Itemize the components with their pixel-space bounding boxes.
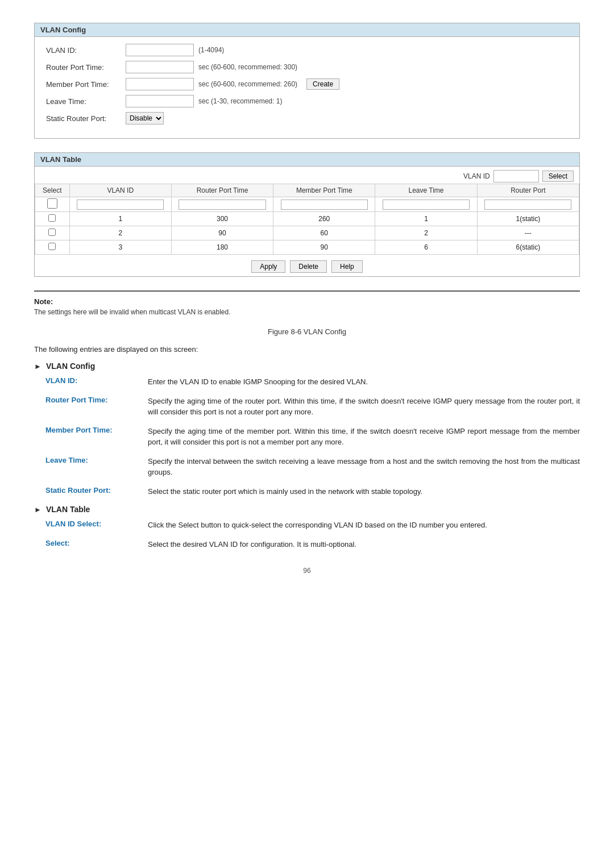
desc-vlan-id-def: Enter the VLAN ID to enable IGMP Snoopin… [148, 376, 368, 388]
row1-router-port-time: 300 [171, 212, 273, 226]
desc-select-term: Select: [45, 539, 148, 550]
static-router-port-select[interactable]: Disable [126, 112, 164, 124]
table-row: 3 180 90 6 6(static) [35, 240, 579, 255]
vlan-id-label: VLAN ID: [46, 46, 126, 55]
desc-router-port-time-term: Router Port Time: [45, 396, 148, 418]
filter-leave-time-input[interactable] [383, 200, 470, 210]
col-router-port: Router Port [477, 184, 579, 197]
static-router-port-label: Static Router Port: [46, 114, 126, 123]
table-header-row: Select VLAN ID Router Port Time Member P… [35, 184, 579, 197]
desc-router-port-time-row: Router Port Time: Specify the aging time… [34, 396, 580, 418]
desc-vlan-config-title: VLAN Config [46, 362, 95, 371]
figure-caption: Figure 8-6 VLAN Config [34, 327, 580, 336]
desc-vlan-id-select-def: Click the Select button to quick-select … [148, 520, 487, 531]
col-leave-time: Leave Time [375, 184, 477, 197]
filter-vlan-id-cell [69, 197, 171, 212]
filter-select-cell [35, 197, 70, 212]
row1-member-port-time: 260 [273, 212, 375, 226]
table-row: 1 300 260 1 1(static) [35, 212, 579, 226]
row3-router-port: 6(static) [477, 240, 579, 255]
member-port-time-hint: sec (60-600, recommemed: 260) [198, 80, 297, 88]
row1-select [35, 212, 70, 226]
desc-intro: The following entries are displayed on t… [34, 345, 580, 354]
desc-vlan-config: ► VLAN Config VLAN ID: Enter the VLAN ID… [34, 362, 580, 497]
row3-router-port-time: 180 [171, 240, 273, 255]
router-port-time-input[interactable] [126, 61, 194, 73]
delete-button[interactable]: Delete [290, 260, 327, 273]
desc-select-row: Select: Select the desired VLAN ID for c… [34, 539, 580, 550]
description-section: The following entries are displayed on t… [34, 345, 580, 550]
help-button[interactable]: Help [331, 260, 363, 273]
desc-vlan-id-term: VLAN ID: [45, 376, 148, 388]
desc-leave-time-def: Specify the interval between the switch … [148, 456, 580, 478]
col-vlan-id: VLAN ID [69, 184, 171, 197]
member-port-time-input[interactable] [126, 78, 194, 90]
desc-static-router-port-def: Select the static router port which is m… [148, 486, 422, 497]
filter-vlan-id-input[interactable] [77, 200, 164, 210]
desc-select-def: Select the desired VLAN ID for configura… [148, 539, 356, 550]
filter-router-port-cell [477, 197, 579, 212]
vlan-id-select-input[interactable] [493, 170, 539, 182]
vlan-config-section: VLAN Config VLAN ID: (1-4094) Router Por… [34, 23, 580, 139]
leave-time-hint: sec (1-30, recommemed: 1) [198, 97, 282, 105]
row1-checkbox[interactable] [48, 214, 56, 222]
row3-member-port-time: 90 [273, 240, 375, 255]
note-section: Note: The settings here will be invalid … [34, 290, 580, 316]
row2-leave-time: 2 [375, 226, 477, 240]
filter-select-checkbox[interactable] [39, 198, 65, 209]
row1-vlan-id: 1 [69, 212, 171, 226]
member-port-time-label: Member Port Time: [46, 80, 126, 89]
row1-router-port: 1(static) [477, 212, 579, 226]
leave-time-row: Leave Time: sec (1-30, recommemed: 1) [46, 95, 568, 107]
select-button[interactable]: Select [542, 171, 574, 182]
row2-select [35, 226, 70, 240]
vlan-table-header: VLAN ID Select [35, 167, 579, 184]
static-router-port-row: Static Router Port: Disable [46, 112, 568, 124]
row2-checkbox[interactable] [48, 229, 56, 236]
desc-vlan-id-select-term: VLAN ID Select: [45, 520, 148, 531]
leave-time-label: Leave Time: [46, 97, 126, 106]
arrow-icon-vlan-table: ► [34, 505, 42, 514]
create-button[interactable]: Create [306, 78, 339, 90]
vlan-table-section: VLAN Table VLAN ID Select Select VLAN ID… [34, 152, 580, 277]
desc-router-port-time-def: Specify the aging time of the router por… [148, 396, 580, 418]
filter-member-port-time-input[interactable] [281, 200, 368, 210]
col-router-port-time: Router Port Time [171, 184, 273, 197]
desc-vlan-id-row: VLAN ID: Enter the VLAN ID to enable IGM… [34, 376, 580, 388]
desc-static-router-port-term: Static Router Port: [45, 486, 148, 497]
row2-router-port: --- [477, 226, 579, 240]
page-number: 96 [34, 567, 580, 575]
vlan-table: Select VLAN ID Router Port Time Member P… [35, 184, 579, 255]
filter-row [35, 197, 579, 212]
filter-leave-time-cell [375, 197, 477, 212]
desc-member-port-time-row: Member Port Time: Specify the aging time… [34, 426, 580, 448]
apply-button[interactable]: Apply [251, 260, 285, 273]
vlan-id-input[interactable] [126, 44, 194, 56]
desc-vlan-id-select-row: VLAN ID Select: Click the Select button … [34, 520, 580, 531]
desc-vlan-table: ► VLAN Table VLAN ID Select: Click the S… [34, 505, 580, 550]
col-select: Select [35, 184, 70, 197]
desc-vlan-table-title: VLAN Table [46, 505, 90, 514]
row3-leave-time: 6 [375, 240, 477, 255]
router-port-time-row: Router Port Time: sec (60-600, recommeme… [46, 61, 568, 73]
row2-router-port-time: 90 [171, 226, 273, 240]
vlan-id-hint: (1-4094) [198, 46, 224, 54]
filter-router-port-input[interactable] [484, 200, 571, 210]
desc-member-port-time-term: Member Port Time: [45, 426, 148, 448]
note-label: Note: [34, 297, 580, 306]
table-row: 2 90 60 2 --- [35, 226, 579, 240]
desc-leave-time-term: Leave Time: [45, 456, 148, 478]
row1-leave-time: 1 [375, 212, 477, 226]
row3-vlan-id: 3 [69, 240, 171, 255]
filter-router-port-time-input[interactable] [179, 200, 265, 210]
desc-leave-time-row: Leave Time: Specify the interval between… [34, 456, 580, 478]
vlan-config-title: VLAN Config [35, 23, 579, 37]
filter-member-port-time-cell [273, 197, 375, 212]
col-member-port-time: Member Port Time [273, 184, 375, 197]
row3-checkbox[interactable] [48, 243, 56, 250]
leave-time-input[interactable] [126, 95, 194, 107]
vlan-table-title: VLAN Table [35, 153, 579, 167]
desc-vlan-table-header: ► VLAN Table [34, 505, 580, 514]
arrow-icon-vlan-config: ► [34, 362, 42, 371]
vlan-config-content: VLAN ID: (1-4094) Router Port Time: sec … [35, 37, 579, 138]
